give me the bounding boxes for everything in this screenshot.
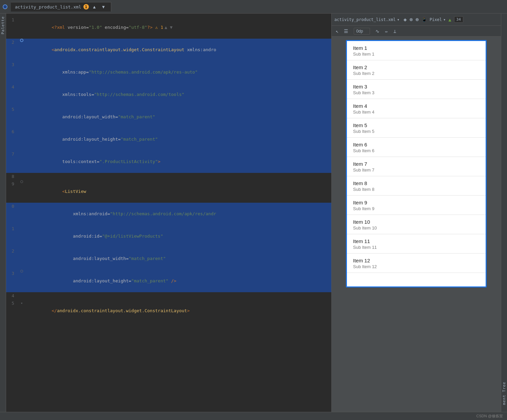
code-line-5: 5 android:layout_width="match_parent" <box>6 106 331 128</box>
line-content-3: xmlns:app="http://schemas.android.com/ap… <box>25 61 331 83</box>
gutter-2 <box>18 39 25 42</box>
component-tree-sidebar[interactable]: ment Tree <box>501 14 507 412</box>
line-num-1: 1 <box>6 16 18 24</box>
line-num-2: 2 <box>6 39 18 46</box>
line-content-10: xmlns:android="http://schemas.android.co… <box>25 203 331 225</box>
line-num-15: 5 <box>6 300 18 307</box>
item-title: Item 3 <box>353 84 480 89</box>
code-line-4: 4 xmlns:tools="http://schemas.android.co… <box>6 83 331 106</box>
line-num-7: 7 <box>6 151 18 158</box>
layer-icon[interactable]: ◈ <box>404 16 407 23</box>
list-item[interactable]: Item 10Sub Item 10 <box>347 215 486 234</box>
list-item[interactable]: Item 12Sub Item 12 <box>347 254 486 273</box>
item-title: Item 7 <box>353 161 480 167</box>
line-num-11: 1 <box>6 225 18 233</box>
list-item[interactable]: Item 4Sub Item 4 <box>347 99 486 118</box>
watermark-text: CSDN @修炼室 <box>476 414 503 419</box>
line-num-6: 6 <box>6 128 18 136</box>
cursor-tool-icon[interactable]: ↖ <box>334 28 340 35</box>
list-item[interactable]: Item 2Sub Item 2 <box>347 60 486 80</box>
fold-dot-9 <box>20 180 23 183</box>
code-line-14: 4 <box>6 292 331 300</box>
listview-container[interactable]: Item 1Sub Item 1Item 2Sub Item 2Item 3Su… <box>347 41 486 286</box>
pixel-toolbar: activity_product_list.xml ▾ ◈ ⊗ ⊕ 📱 Pixe… <box>332 14 501 26</box>
phone-icon[interactable]: 📱 <box>422 17 427 22</box>
item-title: Item 11 <box>353 238 480 244</box>
file-tab[interactable]: activity_product_list.xml 1 ▲ ▼ <box>11 2 111 12</box>
hand-tool-icon[interactable]: ☰ <box>343 28 350 35</box>
pencil-icon[interactable]: ✏ <box>384 28 389 35</box>
item-subtitle: Sub Item 5 <box>353 129 480 134</box>
fold-dot-13 <box>20 270 23 273</box>
pixel-chevron[interactable]: ▾ <box>443 17 446 22</box>
gutter-13 <box>18 270 25 273</box>
path-icon[interactable]: ∿ <box>374 28 381 35</box>
list-item[interactable]: Item 6Sub Item 6 <box>347 138 486 157</box>
scroll-down-button[interactable]: ▼ <box>100 4 107 10</box>
line-num-10: 0 <box>6 203 18 210</box>
dp-input[interactable] <box>354 28 370 35</box>
code-line-8: 8 <box>6 173 331 180</box>
code-line-1: 1 <?xml version="1.0" encoding="utf-8"?>… <box>6 16 331 39</box>
line-content-7: tools:context=".ProductListActivity"> <box>25 151 331 173</box>
line-num-13: 3 <box>6 270 18 277</box>
code-line-11: 1 android:id="@+id/listViewProducts" <box>6 225 331 247</box>
list-item[interactable]: Item 7Sub Item 7 <box>347 157 486 176</box>
list-item[interactable]: Item 1Sub Item 1 <box>347 41 486 60</box>
chevron-down-icon[interactable]: ▾ <box>397 17 399 22</box>
line-content-2: <androidx.constraintlayout.widget.Constr… <box>25 39 331 61</box>
list-item[interactable]: Item 8Sub Item 8 <box>347 176 486 196</box>
code-line-12: 2 android:layout_width="match_parent" <box>6 247 331 270</box>
project-icon <box>3 4 7 9</box>
baseline-icon[interactable]: ⊥ <box>392 28 397 35</box>
pixel-label: Pixel ▾ <box>430 17 446 22</box>
main-content: Palette 1 <?xml version="1.0" encoding="… <box>0 14 507 412</box>
code-line-15: 5 ▾ </androidx.constraintlayout.widget.C… <box>6 300 331 322</box>
fold-close-15[interactable]: ▾ <box>21 300 23 307</box>
item-subtitle: Sub Item 4 <box>353 109 480 115</box>
line-num-9: 9 <box>6 180 18 188</box>
item-subtitle: Sub Item 11 <box>353 245 480 250</box>
item-subtitle: Sub Item 12 <box>353 264 480 269</box>
line-num-4: 4 <box>6 83 18 91</box>
line-num-5: 5 <box>6 106 18 113</box>
list-item[interactable]: Item 9Sub Item 9 <box>347 196 486 215</box>
blue-dot-2 <box>20 39 23 42</box>
line-content-15: </androidx.constraintlayout.widget.Const… <box>25 300 331 322</box>
design-file-name: activity_product_list.xml <box>334 17 396 22</box>
palette-sidebar[interactable]: Palette <box>0 14 6 412</box>
list-item[interactable]: Item 3Sub Item 3 <box>347 80 486 99</box>
line-content-1: <?xml version="1.0" encoding="utf-8"?>⚠ … <box>25 16 331 39</box>
code-line-3: 3 xmlns:app="http://schemas.android.com/… <box>6 61 331 83</box>
item-title: Item 2 <box>353 64 480 70</box>
gutter-15: ▾ <box>18 300 25 307</box>
code-line-9: 9 <ListView <box>6 180 331 203</box>
file-tab-label: activity_product_list.xml <box>15 4 81 9</box>
scroll-up-button[interactable]: ▲ <box>91 4 98 10</box>
settings-icon[interactable]: ⊗ <box>410 16 413 23</box>
code-line-13: 3 android:layout_height="match_parent" /… <box>6 270 331 292</box>
line-num-3: 3 <box>6 61 18 68</box>
code-line-7: 7 tools:context=".ProductListActivity"> <box>6 151 331 173</box>
layers-icon[interactable]: ▲ <box>448 17 451 22</box>
code-line-10: 0 xmlns:android="http://schemas.android.… <box>6 203 331 225</box>
dp-field-container <box>352 27 371 35</box>
list-item[interactable]: Item 5Sub Item 5 <box>347 118 486 138</box>
zoom-icon[interactable]: ⊕ <box>415 16 419 23</box>
device-preview: Item 1Sub Item 1Item 2Sub Item 2Item 3Su… <box>332 37 501 412</box>
design-panel: activity_product_list.xml ▾ ◈ ⊗ ⊕ 📱 Pixe… <box>331 14 501 412</box>
item-title: Item 8 <box>353 180 480 186</box>
list-item[interactable]: Item 11Sub Item 11 <box>347 234 486 254</box>
code-line-2: 2 <androidx.constraintlayout.widget.Cons… <box>6 39 331 61</box>
inner-design-toolbar: ↖ ☰ ∿ ✏ ⊥ <box>332 26 501 37</box>
line-content-13: android:layout_height="match_parent" /> <box>25 270 331 292</box>
line-content-12: android:layout_width="match_parent" <box>25 247 331 270</box>
component-tree-label[interactable]: ment Tree <box>502 382 506 405</box>
item-title: Item 4 <box>353 103 480 109</box>
code-editor[interactable]: 1 <?xml version="1.0" encoding="utf-8"?>… <box>6 14 331 412</box>
gutter-9 <box>18 180 25 183</box>
line-content-9: <ListView <box>25 180 331 203</box>
line-num-8: 8 <box>6 173 18 180</box>
line-content-6: android:layout_height="match_parent" <box>25 128 331 151</box>
palette-label[interactable]: Palette <box>1 16 5 34</box>
